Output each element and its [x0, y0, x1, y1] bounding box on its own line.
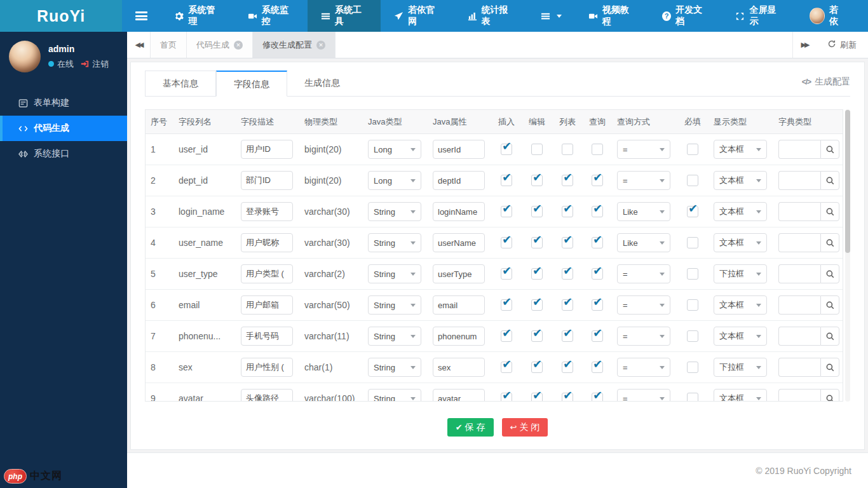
list-checkbox[interactable]: ✔: [562, 393, 573, 402]
java-field-input[interactable]: [433, 358, 485, 377]
tab-generate-info[interactable]: 生成信息: [287, 71, 357, 97]
java-field-input[interactable]: [433, 202, 485, 221]
field-description-input[interactable]: [241, 389, 293, 402]
display-type-select[interactable]: 文本框: [714, 171, 767, 190]
search-icon[interactable]: [820, 171, 839, 190]
java-field-input[interactable]: [433, 140, 485, 159]
nav-item-dev-docs[interactable]: ? 开发文档: [649, 0, 722, 32]
query-method-select[interactable]: Like: [617, 233, 670, 252]
query-method-select[interactable]: =: [617, 140, 670, 159]
nav-item-video-tutorial[interactable]: 视频教程: [575, 0, 649, 32]
generate-config-link[interactable]: </> 生成配置: [802, 76, 850, 88]
query-method-select[interactable]: Like: [617, 202, 670, 221]
query-method-select[interactable]: =: [617, 171, 670, 190]
list-checkbox[interactable]: [562, 144, 573, 155]
dict-type-input[interactable]: [778, 171, 820, 190]
edit-checkbox[interactable]: ✔: [531, 175, 543, 186]
search-icon[interactable]: [820, 233, 839, 252]
nav-item-system-monitor[interactable]: 系统监控: [234, 0, 308, 32]
tab-code-generation[interactable]: 代码生成 ✕: [187, 32, 253, 58]
required-checkbox[interactable]: ✔: [687, 206, 698, 217]
required-checkbox[interactable]: [687, 175, 698, 186]
save-button[interactable]: ✔ 保 存: [447, 418, 494, 437]
java-type-select[interactable]: String: [368, 233, 421, 252]
java-type-select[interactable]: Long: [368, 171, 421, 190]
refresh-button[interactable]: 刷新: [816, 32, 868, 58]
field-description-input[interactable]: [241, 295, 293, 315]
insert-checkbox[interactable]: ✔: [501, 330, 512, 342]
insert-checkbox[interactable]: ✔: [501, 206, 512, 217]
java-type-select[interactable]: String: [368, 358, 421, 377]
insert-checkbox[interactable]: ✔: [501, 393, 512, 402]
display-type-select[interactable]: 文本框: [714, 327, 767, 346]
dict-type-input[interactable]: [778, 140, 820, 159]
java-field-input[interactable]: [433, 233, 485, 252]
edit-checkbox[interactable]: ✔: [531, 330, 543, 342]
display-type-select[interactable]: 文本框: [714, 202, 767, 221]
java-type-select[interactable]: String: [368, 327, 421, 346]
query-method-select[interactable]: =: [617, 358, 670, 377]
search-icon[interactable]: [820, 202, 839, 221]
search-icon[interactable]: [820, 295, 839, 315]
logout-link[interactable]: 注销: [92, 58, 109, 70]
scroll-tabs-right-button[interactable]: ▶▶: [792, 32, 816, 58]
java-field-input[interactable]: [433, 389, 485, 402]
edit-checkbox[interactable]: ✔: [531, 206, 543, 217]
dict-type-input[interactable]: [778, 295, 820, 315]
list-checkbox[interactable]: ✔: [562, 299, 573, 311]
java-field-input[interactable]: [433, 327, 485, 346]
display-type-select[interactable]: 文本框: [714, 233, 767, 252]
nav-item-ruoyi-site[interactable]: 若依官网: [381, 0, 454, 32]
java-field-input[interactable]: [433, 295, 485, 315]
insert-checkbox[interactable]: ✔: [501, 144, 512, 155]
required-checkbox[interactable]: [687, 144, 698, 155]
query-checkbox[interactable]: ✔: [592, 268, 603, 280]
query-method-select[interactable]: =: [617, 264, 670, 283]
required-checkbox[interactable]: [687, 362, 698, 373]
java-field-input[interactable]: [433, 171, 485, 190]
search-icon[interactable]: [820, 389, 839, 402]
java-type-select[interactable]: Long: [368, 140, 421, 159]
tab-edit-gen-config[interactable]: 修改生成配置 ✕: [253, 32, 336, 58]
scroll-tabs-left-button[interactable]: ◀◀: [127, 32, 151, 58]
list-checkbox[interactable]: ✔: [562, 175, 573, 186]
display-type-select[interactable]: 下拉框: [714, 264, 767, 283]
nav-user-menu[interactable]: 若依: [796, 0, 859, 32]
insert-checkbox[interactable]: ✔: [501, 175, 512, 186]
tab-field-info[interactable]: 字段信息: [216, 71, 287, 97]
query-checkbox[interactable]: ✔: [592, 299, 603, 311]
display-type-select[interactable]: 下拉框: [714, 358, 767, 377]
query-method-select[interactable]: =: [617, 389, 670, 402]
query-checkbox[interactable]: ✔: [592, 175, 603, 186]
query-method-select[interactable]: =: [617, 327, 670, 346]
query-checkbox[interactable]: ✔: [592, 330, 603, 342]
dict-type-input[interactable]: [778, 358, 820, 377]
search-icon[interactable]: [820, 327, 839, 346]
table-scrollbar[interactable]: [845, 109, 850, 402]
dict-type-input[interactable]: [778, 264, 820, 283]
java-type-select[interactable]: String: [368, 295, 421, 315]
search-icon[interactable]: [820, 140, 839, 159]
required-checkbox[interactable]: [687, 299, 698, 311]
java-type-select[interactable]: String: [368, 202, 421, 221]
search-icon[interactable]: [820, 358, 839, 377]
nav-more-dropdown[interactable]: [527, 0, 575, 32]
dict-type-input[interactable]: [778, 389, 820, 402]
display-type-select[interactable]: 文本框: [714, 140, 767, 159]
query-checkbox[interactable]: [592, 144, 603, 155]
edit-checkbox[interactable]: ✔: [531, 393, 543, 402]
sidebar-item-form-builder[interactable]: 表单构建: [0, 90, 127, 116]
required-checkbox[interactable]: [687, 393, 698, 402]
dict-type-input[interactable]: [778, 202, 820, 221]
java-field-input[interactable]: [433, 264, 485, 283]
list-checkbox[interactable]: ✔: [562, 206, 573, 217]
list-checkbox[interactable]: ✔: [562, 330, 573, 342]
dict-type-input[interactable]: [778, 233, 820, 252]
field-description-input[interactable]: [241, 233, 293, 252]
insert-checkbox[interactable]: ✔: [501, 268, 512, 280]
edit-checkbox[interactable]: ✔: [531, 299, 543, 311]
required-checkbox[interactable]: [687, 237, 698, 248]
display-type-select[interactable]: 文本框: [714, 389, 767, 402]
sidebar-toggle-button[interactable]: [122, 0, 161, 32]
display-type-select[interactable]: 文本框: [714, 295, 767, 315]
